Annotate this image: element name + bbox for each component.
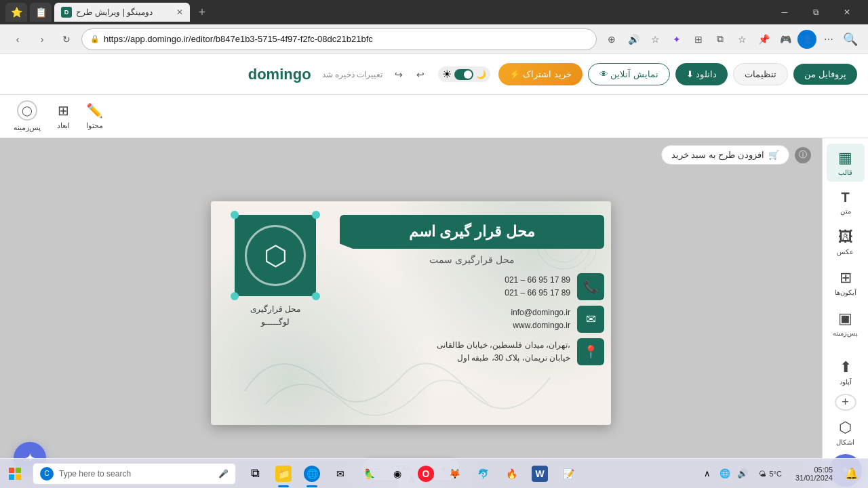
preview-button[interactable]: نمایش آنلاین 👁: [588, 63, 670, 85]
tab-title: دومینگو | ویرایش طرح: [76, 7, 153, 17]
tray-chevron[interactable]: ∧: [699, 466, 715, 482]
weather-icon: 🌤: [759, 470, 766, 478]
taskbar-firefox[interactable]: 🔥: [498, 459, 525, 489]
dimensions-label: ابعاد: [57, 121, 70, 130]
taskbar: C Type here to search 🎤 ⧉ 📁 🌐 ✉ 🦜 ◉ O 🦊: [0, 458, 868, 488]
card-content[interactable]: محل قرار گیری اسم محل قرارگیری سمت 📞 021…: [340, 215, 604, 371]
notification-button[interactable]: 🔔: [841, 463, 863, 485]
sidebar-tool-background[interactable]: ▣ پس‌زمینه: [827, 304, 865, 342]
taskbar-parrot[interactable]: 🦜: [355, 459, 382, 489]
profile-button[interactable]: 👤: [797, 30, 816, 49]
taskbar-dolphin[interactable]: 🐬: [469, 459, 496, 489]
minimize-button[interactable]: ─: [769, 1, 800, 23]
hub-icon[interactable]: ☆: [732, 30, 751, 49]
read-aloud-icon[interactable]: 🔊: [624, 30, 643, 49]
collections-icon[interactable]: ⊞: [689, 30, 708, 49]
settings-button[interactable]: تنظیمات: [733, 63, 788, 85]
app-install-icon[interactable]: ⊕: [602, 30, 621, 49]
taskbar-file-explorer[interactable]: 📁: [270, 459, 297, 489]
taskbar-notepad[interactable]: 📝: [555, 459, 582, 489]
sidebar-tool-shapes[interactable]: ⬡ اشکال: [827, 413, 865, 451]
taskbar-search-box[interactable]: C Type here to search 🎤: [33, 463, 236, 485]
favorites-icon[interactable]: ☆: [646, 30, 665, 49]
start-button[interactable]: [0, 459, 30, 489]
split-icon[interactable]: ⧉: [711, 30, 730, 49]
sidebar-tool-text[interactable]: T متن: [827, 184, 865, 220]
card-logo-icon: ⬡: [264, 240, 288, 271]
content-tool[interactable]: ✏️ محتوا: [86, 102, 103, 130]
phone-icon: 📞: [577, 273, 604, 300]
card-logo-area[interactable]: ⬡ محل قرارگیری لوگـــــو: [218, 215, 333, 329]
dimensions-icon: ⊞: [58, 102, 69, 119]
address-icons: ⊕ 🔊 ☆ ✦ ⊞ ⧉ ☆ 📌 🎮 👤 ⋯ 🔍: [602, 30, 860, 49]
corner-tr: [312, 211, 320, 219]
search-mic-icon: 🎤: [218, 469, 229, 479]
ai-icon[interactable]: ✦: [667, 30, 686, 49]
undo-button[interactable]: ↩: [411, 65, 430, 84]
card-subtitle[interactable]: محل قرارگیری سمت: [340, 254, 604, 265]
sidebar-tool-photo[interactable]: 🖼 عکس: [827, 223, 865, 261]
taskbar-firefox-dev[interactable]: 🦊: [441, 459, 468, 489]
new-tab-button[interactable]: +: [193, 3, 212, 22]
taskbar-opera[interactable]: O: [412, 459, 439, 489]
refresh-button[interactable]: ↻: [57, 30, 76, 49]
active-tab[interactable]: D دومینگو | ویرایش طرح ✕: [54, 3, 190, 22]
sidebar-search-icon[interactable]: 🔍: [841, 30, 860, 49]
taskbar-edge[interactable]: 🌐: [298, 459, 326, 489]
close-button[interactable]: ✕: [831, 1, 863, 23]
background-tool[interactable]: ◯ پس‌زمینه: [14, 100, 41, 132]
pin-icon[interactable]: 📌: [754, 30, 773, 49]
add-to-cart-label: افزودن طرح به سبد خرید: [671, 150, 764, 160]
back-button[interactable]: ‹: [8, 30, 27, 49]
clock-date: 31/01/2024: [795, 474, 833, 482]
sidebar-tool-upload[interactable]: ⬆ آپلود: [827, 353, 865, 391]
background-icon: ◯: [17, 100, 37, 121]
sidebar-tool-icons[interactable]: ⊞ آیکون‌ها: [827, 264, 865, 302]
word-icon: W: [532, 466, 548, 482]
redo-button[interactable]: ↪: [389, 65, 408, 84]
download-button[interactable]: دانلود ⬇: [675, 63, 728, 85]
tab-favicon: D: [61, 7, 72, 18]
taskbar-word[interactable]: W: [526, 459, 553, 489]
dimensions-tool[interactable]: ⊞ ابعاد: [57, 102, 70, 130]
opera-icon: O: [418, 466, 434, 482]
theme-switch[interactable]: [454, 69, 473, 80]
add-to-cart-button[interactable]: 🛒 افزودن طرح به سبد خرید: [661, 145, 789, 165]
weather-widget[interactable]: 🌤 5°C: [753, 470, 787, 478]
taskbar-mail[interactable]: ✉: [327, 459, 354, 489]
taskbar-clock[interactable]: 05:05 31/01/2024: [790, 466, 838, 482]
pinned-tab-1[interactable]: ⭐: [5, 3, 27, 22]
gaming-icon[interactable]: 🎮: [776, 30, 795, 49]
card-name-banner[interactable]: محل قرار گیری اسم: [340, 215, 604, 249]
logo-area: domingo: [248, 66, 311, 83]
tray-network[interactable]: 🌐: [717, 466, 733, 482]
taskbar-chrome[interactable]: ◉: [384, 459, 411, 489]
sidebar-tool-template[interactable]: ▦ قالب: [827, 144, 865, 182]
window-controls: ─ ⧉ ✕: [769, 1, 863, 23]
tray-volume[interactable]: 🔊: [734, 466, 751, 482]
card-address-text: تهران، میدان فلسطین، خیابان طالقانی، خیا…: [437, 339, 570, 365]
taskbar-task-view[interactable]: ⧉: [241, 459, 269, 489]
url-bar[interactable]: 🔒 https://app.domingo.ir/editor/b847e1b3…: [81, 28, 597, 50]
card-phone-row: 📞 021 – 66 95 17 89 021 – 66 95 17 89: [340, 273, 604, 300]
taskbar-search-text: Type here to search: [59, 469, 131, 479]
theme-toggle[interactable]: 🌙 ☀: [438, 66, 490, 82]
more-button[interactable]: ⋯: [819, 30, 838, 49]
info-button[interactable]: ⓘ: [795, 147, 811, 163]
tab-close-button[interactable]: ✕: [176, 7, 183, 17]
pinned-tab-2[interactable]: 📋: [30, 3, 52, 22]
toolbar: ✏️ محتوا ⊞ ابعاد ◯ پس‌زمینه: [0, 95, 868, 138]
location-icon: 📍: [577, 338, 604, 365]
business-card[interactable]: ⬡ محل قرارگیری لوگـــــو محل قرار گیری ا…: [211, 201, 611, 425]
card-address-row: 📍 تهران، میدان فلسطین، خیابان طالقانی، خ…: [340, 338, 604, 365]
restore-button[interactable]: ⧉: [800, 1, 831, 23]
firefox-dev-icon: 🦊: [446, 466, 462, 482]
forward-button[interactable]: ›: [33, 30, 52, 49]
background-label: پس‌زمینه: [14, 123, 41, 132]
taskbar-apps: ⧉ 📁 🌐 ✉ 🦜 ◉ O 🦊 🐬 🔥 W: [239, 459, 585, 489]
card-logo-box[interactable]: ⬡: [235, 215, 316, 296]
subscribe-button[interactable]: خرید اشتراک ⚡: [498, 63, 582, 85]
sidebar-add-button[interactable]: +: [835, 394, 856, 411]
card-phone-text: 021 – 66 95 17 89 021 – 66 95 17 89: [505, 274, 570, 300]
profile-menu-button[interactable]: پروفایل من: [793, 64, 857, 85]
